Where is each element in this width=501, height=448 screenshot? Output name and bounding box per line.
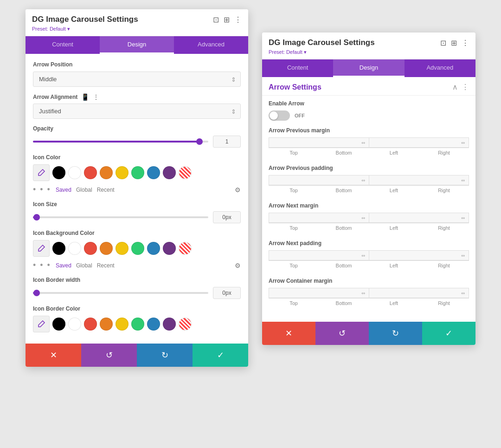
left-cancel-button[interactable]: ✕ <box>26 344 81 367</box>
sublabel-top-4: Top <box>269 261 319 270</box>
bg-swatch-green[interactable] <box>131 242 144 255</box>
bg-swatch-red[interactable] <box>84 242 97 255</box>
tab-content-right[interactable]: Content <box>262 59 333 77</box>
arrow-prev-padding-bottom[interactable] <box>373 177 462 183</box>
tab-advanced-left[interactable]: Advanced <box>174 36 248 54</box>
right-columns-icon[interactable]: ⊞ <box>451 39 457 47</box>
border-swatch-blue[interactable] <box>147 318 160 331</box>
left-save-button[interactable]: ✓ <box>193 344 248 367</box>
bg-swatch-none[interactable] <box>179 242 192 255</box>
expand-icon[interactable]: ⊡ <box>213 15 219 24</box>
global-link[interactable]: Global <box>76 187 92 193</box>
bg-color-gear-icon[interactable]: ⚙ <box>235 262 241 269</box>
color-gear-icon[interactable]: ⚙ <box>235 186 241 194</box>
color-swatch-orange[interactable] <box>100 166 113 179</box>
left-redo-button[interactable]: ↻ <box>137 344 193 367</box>
bg-swatch-white[interactable] <box>68 242 81 255</box>
icon-bg-color-picker-btn[interactable] <box>33 240 50 257</box>
right-expand-icon[interactable]: ⊡ <box>440 39 446 47</box>
color-swatch-blue[interactable] <box>147 166 160 179</box>
arrow-container-margin-fields: ⇔ ⇔ <box>269 288 469 299</box>
border-swatch-purple[interactable] <box>163 318 176 331</box>
tab-design-right[interactable]: Design <box>333 59 404 77</box>
arrow-next-padding-group: Arrow Next padding ⇔ ⇔ Top Bottom <box>269 240 469 270</box>
arrow-next-margin-top[interactable] <box>273 215 361 221</box>
bg-saved-link[interactable]: Saved <box>56 262 71 269</box>
right-undo-button[interactable]: ↺ <box>315 322 369 345</box>
color-swatch-yellow[interactable] <box>116 166 128 179</box>
color-swatch-none[interactable] <box>179 166 192 179</box>
icon-color-picker-btn[interactable] <box>33 164 50 181</box>
border-swatch-white[interactable] <box>68 318 81 331</box>
arrow-settings-more-icon[interactable]: ⋮ <box>462 83 469 91</box>
more-options-icon[interactable]: ⋮ <box>93 93 99 101</box>
pencil-icon-2 <box>37 244 45 253</box>
collapse-icon[interactable]: ∧ <box>452 83 458 91</box>
border-swatch-yellow[interactable] <box>116 318 128 331</box>
arrow-alignment-select[interactable]: Justified Left Right <box>33 104 241 119</box>
left-undo-button[interactable]: ↺ <box>81 344 137 367</box>
pencil-icon <box>37 169 45 177</box>
saved-link[interactable]: Saved <box>56 187 71 193</box>
color-swatch-black[interactable] <box>52 166 65 179</box>
arrow-next-padding-bottom[interactable] <box>373 253 462 258</box>
bg-swatch-purple[interactable] <box>163 242 176 255</box>
right-cancel-button[interactable]: ✕ <box>262 322 315 345</box>
opacity-value[interactable] <box>213 136 241 148</box>
bg-swatch-orange[interactable] <box>100 242 113 255</box>
bg-swatch-yellow[interactable] <box>116 242 128 255</box>
border-swatch-orange[interactable] <box>100 318 113 331</box>
bg-swatch-blue[interactable] <box>147 242 160 255</box>
tab-advanced-right[interactable]: Advanced <box>405 59 475 77</box>
sublabel-top-3: Top <box>269 223 319 233</box>
bg-swatch-black[interactable] <box>52 242 65 255</box>
icon-border-color-picker-btn[interactable] <box>33 316 50 332</box>
arrow-next-margin-bottom[interactable] <box>373 215 462 221</box>
right-preset-label[interactable]: Preset: Default <box>269 49 469 55</box>
sublabel-bottom-2: Bottom <box>319 186 369 195</box>
color-swatch-white[interactable] <box>68 166 81 179</box>
arrow-prev-padding-top[interactable] <box>273 177 361 183</box>
arrow-position-select[interactable]: Middle Top Bottom <box>33 71 241 87</box>
color-swatch-green[interactable] <box>131 166 144 179</box>
columns-icon[interactable]: ⊞ <box>224 15 230 24</box>
icon-border-width-slider[interactable] <box>33 292 208 294</box>
arrow-container-margin-bottom[interactable] <box>373 290 462 296</box>
border-swatch-red[interactable] <box>84 318 97 331</box>
icon-size-slider[interactable] <box>33 216 208 218</box>
color-dots-icon[interactable]: • • • <box>33 185 51 195</box>
arrow-prev-margin-fields: ⇔ ⇔ <box>269 137 469 148</box>
arrow-prev-margin-top[interactable] <box>273 140 361 145</box>
opacity-slider[interactable] <box>33 141 208 143</box>
arrow-next-padding-top[interactable] <box>273 253 361 258</box>
right-save-button[interactable]: ✓ <box>422 322 475 345</box>
right-tabs: Content Design Advanced <box>262 59 475 77</box>
sublabel-left-4: Left <box>369 261 419 270</box>
icon-border-color-picker-row <box>33 316 241 332</box>
arrow-container-margin-top[interactable] <box>273 290 361 296</box>
icon-size-value[interactable] <box>213 211 241 223</box>
tab-design-left[interactable]: Design <box>100 36 174 54</box>
recent-link[interactable]: Recent <box>97 187 115 193</box>
color-swatch-purple[interactable] <box>163 166 176 179</box>
enable-arrow-toggle[interactable] <box>269 110 290 121</box>
bg-recent-link[interactable]: Recent <box>97 262 115 269</box>
bg-global-link[interactable]: Global <box>76 262 92 269</box>
border-swatch-black[interactable] <box>52 318 65 331</box>
mobile-icon[interactable]: 📱 <box>81 93 89 101</box>
tab-content-left[interactable]: Content <box>26 36 100 54</box>
bg-color-dots-icon[interactable]: • • • <box>33 260 51 270</box>
border-swatch-none[interactable] <box>179 318 192 331</box>
link-icon-8: ⇔ <box>461 253 465 258</box>
left-preset-label[interactable]: Preset: Default <box>32 26 242 32</box>
sublabel-bottom-4: Bottom <box>319 261 369 270</box>
left-panel-body: Arrow Position Middle Top Bottom ⇕ Arrow… <box>26 54 248 344</box>
right-more-icon[interactable]: ⋮ <box>462 39 469 47</box>
right-redo-button[interactable]: ↻ <box>369 322 422 345</box>
icon-border-width-value[interactable] <box>213 287 241 299</box>
arrow-prev-margin-top-bottom: ⇔ <box>269 137 369 148</box>
border-swatch-green[interactable] <box>131 318 144 331</box>
color-swatch-red[interactable] <box>84 166 97 179</box>
more-icon[interactable]: ⋮ <box>234 15 242 24</box>
arrow-prev-margin-bottom[interactable] <box>373 140 462 145</box>
